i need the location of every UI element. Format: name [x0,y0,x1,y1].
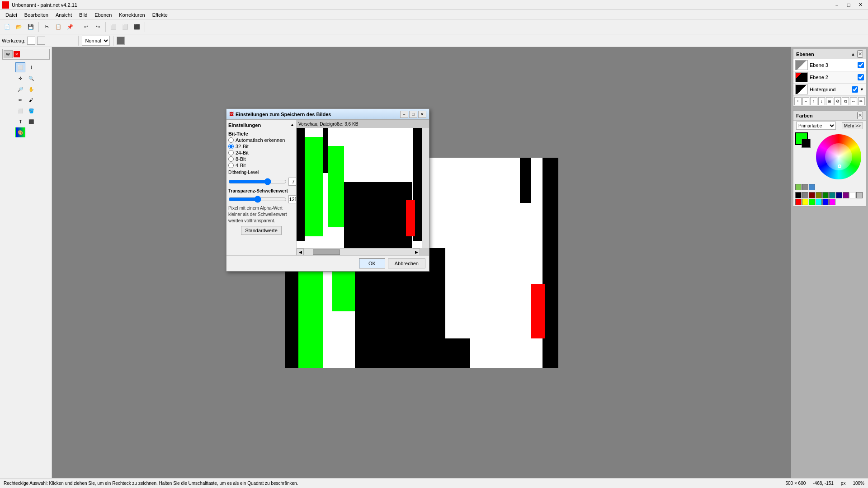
palette-cyan[interactable] [816,199,822,205]
layer-visibility-ebene2[interactable] [858,74,864,80]
layer-item-ebene2[interactable]: Ebene 2 [793,71,866,84]
tool-colors[interactable]: 🎨 [15,127,25,137]
palette-black[interactable] [795,192,802,198]
copy-button[interactable]: 📋 [53,22,64,33]
preview-scrollbar-horizontal[interactable]: ◀ ▶ [297,248,420,255]
tool-zoom2[interactable]: 🔎 [15,84,25,94]
colors-panel-close[interactable]: ✕ [857,112,863,119]
layer-add-btn[interactable]: + [794,97,802,105]
palette-mid-gray[interactable] [802,192,808,198]
layer-item-ebene3[interactable]: Ebene 3 [793,59,866,71]
palette-magenta[interactable] [829,199,835,205]
layer-copy-btn[interactable]: ⧉ [842,97,849,105]
save-button[interactable]: 💾 [25,22,36,33]
menu-bearbeiten[interactable]: Bearbeiten [21,11,52,19]
palette-teal[interactable] [829,192,835,198]
layer-down-btn[interactable]: ↓ [818,97,826,105]
invert-sel-button[interactable]: ⬛ [132,22,142,33]
tool-extra[interactable] [26,127,36,137]
blend-mode-select[interactable]: Normal [82,36,110,46]
new-button[interactable]: 📄 [2,22,13,33]
standardwerte-button[interactable]: Standardwerte [241,226,282,235]
deselect-button[interactable]: ⬜ [120,22,131,33]
layer-visibility-ebene3[interactable] [858,62,864,68]
radio-4bit-input[interactable] [228,163,234,168]
layer-flip-btn[interactable]: ↔ [850,97,857,105]
transparenz-spinner[interactable]: 128 [288,195,297,203]
preview-scrollbar-vertical[interactable] [422,128,429,248]
redo-button[interactable]: ↪ [92,22,103,33]
dialog-min-btn[interactable]: − [400,111,408,118]
palette-red[interactable] [795,199,802,205]
layer-expand-btn[interactable]: ▼ [860,87,864,92]
color-option[interactable] [117,37,125,45]
dialog-max-btn[interactable]: □ [409,111,417,118]
palette-navy[interactable] [836,192,842,198]
palette-silver[interactable] [856,192,863,198]
layer-delete-btn[interactable]: − [802,97,810,105]
colors-mode-select[interactable]: Primärfarbe Sekundärfarbe [796,122,836,130]
open-button[interactable]: 📂 [14,22,24,33]
tool-option-4[interactable] [57,37,65,45]
radio-24bit-input[interactable] [228,150,234,155]
scroll-thumb-h[interactable] [313,249,340,255]
mehr-button[interactable]: Mehr >> [842,122,863,129]
tool-rectangle-select[interactable]: ⬜ [15,62,25,72]
dithering-slider[interactable] [228,178,287,185]
tool-lasso[interactable]: ⌇ [26,62,36,72]
tool-scroll[interactable]: ✋ [26,84,36,94]
layers-panel-close[interactable]: ✕ [857,50,863,58]
scroll-right-arrow[interactable]: ▶ [413,249,420,256]
menu-korrekturen[interactable]: Korrekturen [115,11,148,19]
palette-gray[interactable] [802,184,808,190]
scroll-left-arrow[interactable]: ◀ [297,249,304,256]
maximize-button[interactable]: □ [843,0,854,9]
tool-option-5[interactable] [67,37,75,45]
color-wheel[interactable] [816,134,861,179]
menu-datei[interactable]: Datei [2,11,21,19]
palette-yellow[interactable] [802,199,808,205]
cut-button[interactable]: ✂ [41,22,52,33]
close-button[interactable]: ✕ [854,0,866,9]
radio-32bit-input[interactable] [228,144,234,149]
layer-visibility-hintergrund[interactable] [852,86,858,93]
radio-8bit-input[interactable] [228,156,234,162]
tool-brush[interactable]: 🖌 [26,95,36,105]
tool-option-1[interactable] [27,37,35,45]
palette-lime[interactable] [809,199,815,205]
layer-edit-btn[interactable]: ✏ [858,97,865,105]
layer-up-btn[interactable]: ↑ [810,97,817,105]
radio-8bit[interactable]: 8-Bit [228,156,294,162]
palette-dark-red[interactable] [809,192,815,198]
tool-option-2[interactable] [37,37,45,45]
tool-pencil[interactable]: ✏ [15,95,25,105]
tool-text[interactable]: T [15,117,25,127]
paste-button[interactable]: 📌 [65,22,75,33]
palette-blue[interactable] [809,184,815,190]
menu-bild[interactable]: Bild [75,11,91,19]
radio-24bit[interactable]: 24-Bit [228,150,294,155]
radio-auto-input[interactable] [228,137,234,143]
dialog-close-btn[interactable]: ✕ [418,111,426,118]
menu-effekte[interactable]: Effekte [149,11,171,19]
radio-4bit[interactable]: 4-Bit [228,163,294,168]
select-all-button[interactable]: ⬜ [108,22,119,33]
ok-button[interactable]: OK [359,258,385,268]
palette-blue2[interactable] [822,199,829,205]
minimize-button[interactable]: − [831,0,843,9]
tools-panel-close[interactable]: ✕ [14,51,20,57]
palette-olive[interactable] [816,192,822,198]
dithering-spinner[interactable]: 7 [288,178,297,186]
menu-ebenen[interactable]: Ebenen [91,11,115,19]
palette-green[interactable] [795,184,802,190]
palette-dark-green[interactable] [822,192,829,198]
layer-merge-btn[interactable]: ⊞ [826,97,833,105]
radio-auto[interactable]: Automatisch erkennen [228,137,294,143]
cancel-button[interactable]: Abbrechen [388,258,425,268]
tool-fill[interactable]: 🪣 [26,106,36,116]
palette-purple[interactable] [843,192,849,198]
tool-shapes[interactable]: ⬛ [26,117,36,127]
tool-eraser[interactable]: ⬜ [15,106,25,116]
menu-ansicht[interactable]: Ansicht [52,11,75,19]
secondary-color-swatch[interactable] [802,139,811,148]
